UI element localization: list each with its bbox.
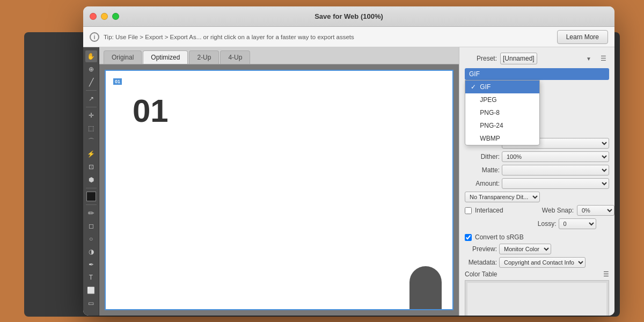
toolbar-separator-4: [86, 204, 97, 205]
canvas-label: 01: [113, 78, 122, 85]
convert-srgb-checkbox[interactable]: [465, 234, 472, 241]
amount-row: Amount:: [465, 178, 609, 189]
tip-bar: i Tip: Use File > Export > Export As... …: [83, 27, 614, 47]
shape-tool[interactable]: ⬜: [85, 284, 97, 296]
lossy-label: Lossy:: [518, 220, 557, 228]
format-selected[interactable]: GIF: [465, 68, 609, 80]
metadata-row: Metadata: Copyright and Contact Info: [465, 257, 609, 268]
color-table-area: ⊕ ◈ 🔒 ⬜ 🗑: [465, 280, 609, 316]
matte-select-wrapper: [502, 165, 609, 175]
preset-select[interactable]: [Unnamed]: [500, 53, 537, 64]
info-icon: i: [90, 32, 99, 42]
tab-2up[interactable]: 2-Up: [189, 50, 219, 64]
dither-label: Dither:: [465, 153, 500, 160]
dither-select[interactable]: 100%: [502, 151, 609, 162]
pencil-tool[interactable]: ✏: [85, 207, 97, 219]
lossy-select[interactable]: 0: [559, 218, 596, 229]
web-snap-wrapper: 0%: [577, 205, 609, 216]
view-tabs: Original Optimized 2-Up 4-Up: [99, 47, 459, 64]
move-tool[interactable]: ✛: [85, 109, 97, 121]
checkmark-icon: ✓: [471, 83, 478, 91]
maximize-button[interactable]: [112, 13, 119, 20]
color-table-content: [467, 283, 606, 316]
amount-select-wrapper: [502, 178, 609, 189]
format-area: GIF ✓ GIF JPEG PNG-8: [465, 68, 609, 80]
preset-label: Preset:: [465, 55, 497, 62]
eyedropper-tool[interactable]: ╱: [85, 76, 97, 88]
convert-srgb-row: Convert to sRGB: [465, 233, 609, 241]
interlaced-row: Interlaced Web Snap: 0%: [465, 205, 609, 216]
toolbar-separator: [86, 90, 97, 91]
zoom-tool[interactable]: ⊕: [85, 63, 97, 75]
interlaced-label: Interlaced: [475, 207, 503, 214]
dither-select-wrapper: 100%: [502, 151, 609, 162]
preset-menu-icon[interactable]: ☰: [597, 53, 609, 64]
foreground-color[interactable]: [86, 192, 96, 201]
paint-tool[interactable]: ⬢: [85, 174, 97, 186]
content-area: ✋ ⊕ ╱ ↗ ✛ ⬚ ⌒ ⚡ ⊡ ⬢ ✏ ◻ ○ ◑ ✒ T ⬜ ▭: [83, 47, 614, 316]
lossy-wrapper: 0: [559, 218, 610, 229]
trans-dither-row: No Transparency Dit...: [465, 192, 609, 202]
pen-tool[interactable]: ✒: [85, 259, 97, 270]
learn-more-button[interactable]: Learn More: [557, 30, 608, 44]
close-button[interactable]: [90, 13, 97, 20]
metadata-select[interactable]: Copyright and Contact Info: [499, 257, 586, 268]
canvas-number: 01: [133, 92, 169, 129]
format-option-gif[interactable]: ✓ GIF: [465, 80, 539, 93]
color-table-header: Color Table ☰: [465, 270, 609, 278]
tab-4up[interactable]: 4-Up: [220, 50, 250, 64]
lasso-tool[interactable]: ⌒: [85, 135, 97, 147]
preview-area: Original Optimized 2-Up 4-Up 01 01: [99, 47, 459, 316]
minimize-button[interactable]: [101, 13, 108, 20]
slice-select-tool[interactable]: ↗: [85, 93, 97, 105]
format-label-png8: PNG-8: [480, 109, 500, 116]
matte-select[interactable]: [502, 165, 609, 175]
color-table-menu-icon[interactable]: ☰: [603, 270, 609, 278]
format-option-wbmp[interactable]: WBMP: [465, 132, 539, 145]
dodge-tool[interactable]: ◑: [85, 246, 97, 258]
marquee-tool[interactable]: ⬚: [85, 122, 97, 134]
trans-dither-wrapper: No Transparency Dit...: [465, 192, 609, 202]
amount-label: Amount:: [465, 180, 500, 187]
preset-select-wrapper: [Unnamed] ▼: [500, 53, 594, 64]
title-bar: Save for Web (100%): [83, 6, 614, 27]
interlaced-checkbox[interactable]: [465, 207, 472, 214]
preview-row: Preview: Monitor Color: [465, 244, 609, 254]
toolbar-separator-3: [86, 188, 97, 188]
preview-select[interactable]: Monitor Color: [499, 244, 551, 254]
save-for-web-dialog: Save for Web (100%) i Tip: Use File > Ex…: [83, 6, 614, 316]
eraser-tool[interactable]: ◻: [85, 220, 97, 232]
preset-row: Preset: [Unnamed] ▼ ☰: [465, 53, 609, 64]
lossy-row: Lossy: 0: [465, 218, 609, 229]
preset-select-arrow: ▼: [586, 56, 591, 62]
format-selected-label: GIF: [469, 70, 480, 78]
hand-tool[interactable]: ✋: [85, 50, 97, 62]
matte-label: Matte:: [465, 166, 500, 174]
crop-tool[interactable]: ⊡: [85, 161, 97, 173]
tip-text: Tip: Use File > Export > Export As... or…: [104, 34, 553, 40]
format-label-gif: GIF: [480, 83, 491, 91]
right-panel: Preset: [Unnamed] ▼ ☰ GIF ✓ GIF: [459, 47, 614, 316]
metadata-label: Metadata:: [465, 259, 497, 266]
tab-optimized[interactable]: Optimized: [143, 50, 188, 64]
type-tool[interactable]: T: [85, 272, 97, 283]
transparency-dither-select[interactable]: No Transparency Dit...: [465, 192, 540, 202]
rectangle-tool[interactable]: ▭: [85, 297, 97, 309]
color-table-label: Color Table: [465, 270, 497, 278]
format-option-jpeg[interactable]: JPEG: [465, 93, 539, 106]
web-snap-select[interactable]: 0%: [577, 205, 614, 216]
blur-tool[interactable]: ○: [85, 233, 97, 245]
preview-select-wrapper: Monitor Color: [499, 244, 609, 254]
format-label-jpeg: JPEG: [480, 96, 496, 104]
matte-row: Matte:: [465, 165, 609, 175]
tab-original[interactable]: Original: [104, 50, 142, 64]
format-option-png24[interactable]: PNG-24: [465, 119, 539, 132]
magic-wand-tool[interactable]: ⚡: [85, 148, 97, 160]
web-snap-label: Web Snap:: [539, 207, 574, 214]
preview-label: Preview:: [465, 245, 497, 253]
dither-row: Dither: 100%: [465, 151, 609, 162]
canvas-figure: [409, 266, 442, 309]
amount-select[interactable]: [502, 178, 609, 189]
format-option-png8[interactable]: PNG-8: [465, 106, 539, 119]
preview-canvas: 01 01: [99, 64, 459, 316]
